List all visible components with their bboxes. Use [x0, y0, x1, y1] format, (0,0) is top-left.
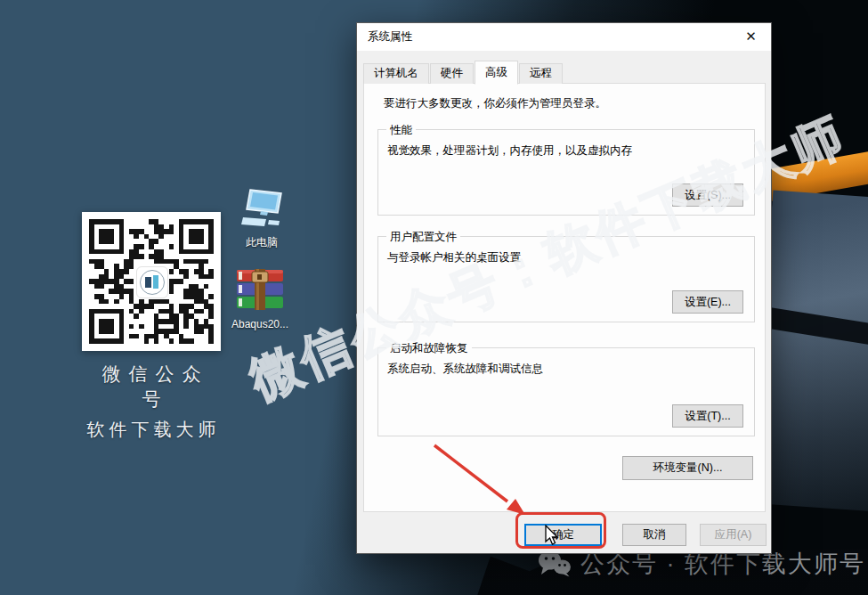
desktop: 公众号 · 软件下载大师号 此电脑 Abaqus20... — [0, 0, 868, 595]
desktop-icon-label: 此电脑 — [228, 235, 296, 250]
desktop-icon-abaqus-archive[interactable]: Abaqus20... — [226, 269, 294, 330]
winrar-archive-icon — [236, 269, 284, 312]
user-profiles-settings-button[interactable]: 设置(E)... — [672, 290, 743, 314]
desktop-icon-this-pc[interactable]: 此电脑 — [228, 188, 296, 250]
user-profiles-group-desc: 与登录帐户相关的桌面设置 — [387, 250, 521, 265]
tab-advanced[interactable]: 高级 — [475, 61, 518, 85]
startup-recovery-settings-button[interactable]: 设置(T)... — [672, 404, 743, 428]
user-profiles-group-title: 用户配置文件 — [386, 230, 460, 245]
system-properties-dialog: 系统属性 ✕ 计算机名 硬件 高级 远程 要进行大多数更改，你必须作为管理员登录… — [356, 22, 772, 554]
qr-caption-line1: 微信公众号 — [82, 362, 221, 412]
performance-group: 性能 视觉效果，处理器计划，内存使用，以及虚拟内存 设置(S)... — [377, 129, 755, 216]
advanced-tab-page: 要进行大多数更改，你必须作为管理员登录。 性能 视觉效果，处理器计划，内存使用，… — [363, 83, 766, 512]
this-pc-icon — [240, 188, 283, 229]
tab-hardware[interactable]: 硬件 — [430, 63, 474, 84]
environment-variables-button[interactable]: 环境变量(N)... — [622, 456, 753, 480]
qr-code-card: 微信公众号 软件下载大师 — [82, 212, 221, 442]
startup-recovery-group-desc: 系统启动、系统故障和调试信息 — [387, 362, 543, 377]
cancel-button[interactable]: 取消 — [622, 524, 686, 546]
dialog-titlebar: 系统属性 ✕ — [357, 23, 771, 51]
desktop-icon-label: Abaqus20... — [226, 318, 294, 330]
qr-caption-line2: 软件下载大师 — [82, 418, 221, 442]
qr-center-logo — [136, 266, 168, 298]
user-profiles-group: 用户配置文件 与登录帐户相关的桌面设置 设置(E)... — [377, 236, 755, 322]
startup-recovery-group: 启动和故障恢复 系统启动、系统故障和调试信息 设置(T)... — [377, 347, 755, 436]
performance-group-title: 性能 — [386, 123, 416, 138]
mouse-cursor — [545, 525, 561, 546]
tab-computer-name[interactable]: 计算机名 — [363, 63, 429, 84]
apply-button: 应用(A) — [700, 524, 767, 546]
dialog-title: 系统属性 — [368, 23, 412, 51]
performance-settings-button[interactable]: 设置(S)... — [672, 183, 743, 207]
admin-note-text: 要进行大多数更改，你必须作为管理员登录。 — [384, 96, 606, 111]
close-icon[interactable]: ✕ — [731, 23, 771, 51]
tab-remote[interactable]: 远程 — [519, 63, 563, 84]
red-arrow-annotation — [426, 440, 532, 522]
tab-strip: 计算机名 硬件 高级 远程 — [363, 61, 564, 84]
startup-recovery-group-title: 启动和故障恢复 — [386, 341, 472, 356]
performance-group-desc: 视觉效果，处理器计划，内存使用，以及虚拟内存 — [387, 143, 632, 159]
